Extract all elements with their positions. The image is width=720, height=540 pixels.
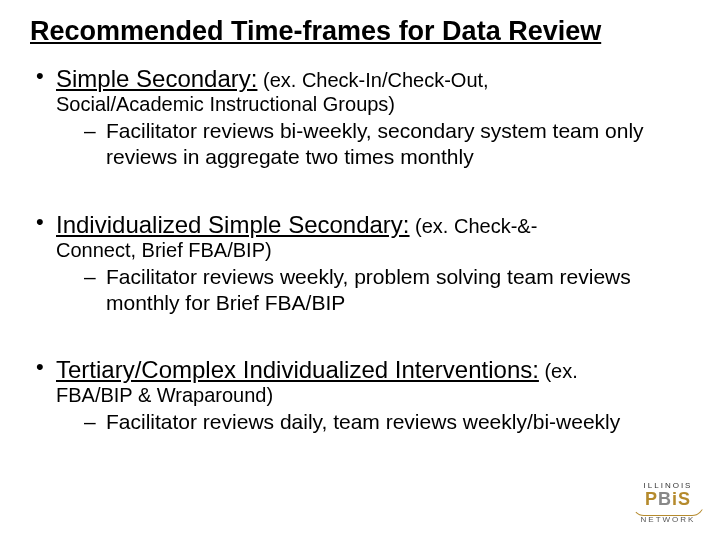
sub-bullet: Facilitator reviews weekly, problem solv… xyxy=(84,264,690,317)
item-lead: Simple Secondary: xyxy=(56,65,257,92)
bullet-list-level1: Simple Secondary: (ex. Check-In/Check-Ou… xyxy=(30,65,690,435)
bullet-item-simple-secondary: Simple Secondary: (ex. Check-In/Check-Ou… xyxy=(30,65,690,171)
item-lead: Individualized Simple Secondary: xyxy=(56,211,410,238)
item-paren: (ex. Check-&- xyxy=(410,215,538,237)
pbis-logo: ILLINOIS PBiS NETWORK xyxy=(632,482,704,524)
logo-bottom-text: NETWORK xyxy=(641,516,696,524)
item-continuation: Connect, Brief FBA/BIP) xyxy=(56,239,690,262)
item-continuation: Social/Academic Instructional Groups) xyxy=(56,93,690,116)
item-continuation: FBA/BIP & Wraparound) xyxy=(56,384,690,407)
bullet-item-tertiary-complex: Tertiary/Complex Individualized Interven… xyxy=(30,356,690,435)
bullet-list-level2: Facilitator reviews bi-weekly, secondary… xyxy=(56,118,690,171)
item-paren: (ex. xyxy=(539,360,578,382)
sub-bullet: Facilitator reviews daily, team reviews … xyxy=(84,409,690,435)
slide: Recommended Time-frames for Data Review … xyxy=(0,0,720,540)
sub-bullet: Facilitator reviews bi-weekly, secondary… xyxy=(84,118,690,171)
bullet-list-level2: Facilitator reviews weekly, problem solv… xyxy=(56,264,690,317)
slide-title: Recommended Time-frames for Data Review xyxy=(30,16,690,47)
bullet-item-individualized-simple-secondary: Individualized Simple Secondary: (ex. Ch… xyxy=(30,211,690,317)
item-paren: (ex. Check-In/Check-Out, xyxy=(257,69,488,91)
bullet-list-level2: Facilitator reviews daily, team reviews … xyxy=(56,409,690,435)
item-lead: Tertiary/Complex Individualized Interven… xyxy=(56,356,539,383)
